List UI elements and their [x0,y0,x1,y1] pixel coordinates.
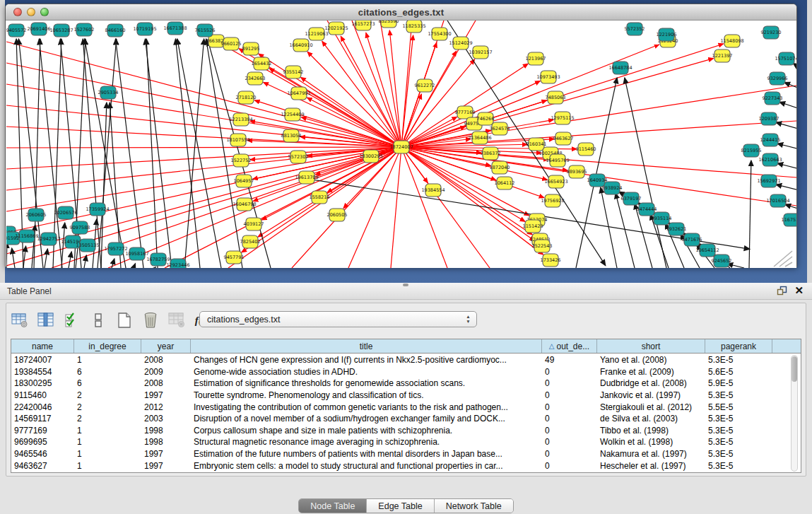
table-cell[interactable]: 5.3E-5 [705,390,772,400]
graph-node[interactable]: 1213967 [526,52,546,65]
table-cell[interactable]: 0 [542,378,597,388]
graph-node[interactable]: 10653287 [49,24,73,37]
graph-node[interactable]: 16210643 [758,153,782,166]
column-header-year[interactable]: year [141,339,191,353]
graph-node[interactable]: 1209387 [759,112,779,125]
graph-node[interactable]: 1733426 [541,254,561,267]
scrollbar-thumb[interactable] [792,356,797,382]
table-cell[interactable]: 5.3E-5 [705,461,772,471]
graph-node[interactable]: 8525590 [379,21,399,28]
tab-network-table[interactable]: Network Table [435,499,513,513]
table-cell[interactable]: 2003 [141,414,191,424]
column-header-pagerank[interactable]: pagerank [705,339,772,353]
table-cell[interactable]: 6 [74,367,141,377]
graph-node[interactable]: 2060605 [26,209,47,221]
graph-node[interactable]: 10958167 [125,247,148,260]
graph-node[interactable]: 9355142 [283,66,304,78]
table-cell[interactable]: Franke et al. (2009) [597,367,705,377]
table-cell[interactable]: de Silva et al. (2003) [597,414,705,424]
table-cell[interactable]: 0 [542,437,597,447]
graph-node[interactable]: 9329966 [767,72,788,85]
table-cell[interactable]: 2 [74,390,141,400]
table-cell[interactable]: 5.6E-5 [705,367,772,377]
graph-node[interactable]: 9097588 [70,221,90,234]
table-cell[interactable]: 18300295 [11,378,74,388]
table-cell[interactable]: 0 [542,461,597,471]
table-cell[interactable]: Nakamura et al. (1997) [597,449,705,459]
table-row[interactable]: 2242004622012Investigating the contribut… [11,401,778,413]
graph-node[interactable]: 17359924 [86,203,109,216]
graph-node[interactable]: 2060505 [327,209,348,221]
table-row[interactable]: 946554611997Estimation of the future num… [11,448,778,460]
graph-node[interactable]: 4039127 [244,218,264,230]
table-cell[interactable]: 1 [74,355,141,365]
graph-node[interactable]: 5572352 [625,23,645,35]
graph-node[interactable]: 1558214 [310,191,330,204]
graph-node[interactable]: 9893695 [567,165,587,178]
table-cell[interactable]: 1997 [141,461,191,471]
canvas-resize-grip[interactable] [774,251,792,267]
table-cell[interactable]: Jankovic et al. (1997) [597,390,705,400]
graph-node[interactable]: 9612272 [415,79,435,92]
graph-node[interactable]: 7615526 [195,24,216,37]
graph-node[interactable]: 17957272 [104,243,127,255]
graph-node[interactable]: 9660125 [221,37,242,50]
graph-node[interactable]: 8466160 [105,24,126,37]
table-cell[interactable]: 0 [542,449,597,459]
graph-node[interactable]: 1167537 [782,214,796,226]
table-cell[interactable]: 5.5E-5 [705,402,772,412]
close-icon[interactable]: ✕ [794,285,804,296]
column-header-name[interactable]: name [11,339,74,353]
table-cell[interactable]: Stergiakouli et al. (2012) [597,402,705,412]
table-cell[interactable]: 9777169 [11,426,74,436]
table-cell[interactable]: Changes of HCN gene expression and I(f) … [191,355,542,365]
table-cell[interactable]: 9463627 [11,461,74,471]
graph-node[interactable]: 20206576 [54,206,77,219]
graph-node[interactable]: 9227343 [763,92,783,105]
table-cell[interactable]: Embryonic stem cells: a model to study s… [191,461,542,471]
table-cell[interactable]: 49 [542,355,597,365]
graph-node[interactable]: 1522752 [231,154,252,167]
table-cell[interactable]: 2 [74,402,141,412]
table-cell[interactable]: 0 [542,367,597,377]
table-cell[interactable]: 0 [542,426,597,436]
graph-node[interactable]: 1151423 [523,220,543,233]
table-cell[interactable]: 9699695 [11,437,74,447]
graph-node[interactable]: 7485063 [546,91,566,104]
table-cell[interactable]: 14569117 [11,414,74,424]
float-window-icon[interactable] [777,286,787,296]
graph-node[interactable]: 16671388 [163,22,187,35]
table-cell[interactable]: 5.3E-5 [705,355,772,365]
graph-node[interactable]: 9245652 [712,255,732,267]
graph-node[interactable]: 16654923 [544,175,567,188]
network-window-titlebar[interactable]: citations_edges.txt [6,4,796,21]
table-cell[interactable]: Wolkin et al. (1998) [597,437,705,447]
graph-node[interactable]: 18107554 [226,134,249,146]
table-cell[interactable]: Estimation of significance thresholds fo… [191,378,542,388]
table-cell[interactable]: Structural magnetic resonance image aver… [191,437,542,447]
graph-node[interactable]: 2522543 [532,240,553,252]
panel-splitter-handle[interactable] [403,284,408,286]
table-row[interactable]: 1872400712008Changes of HCN gene express… [11,354,778,366]
column-header-out_de[interactable]: △out_de... [542,339,597,353]
graph-node[interactable]: 9405572 [6,24,26,37]
table-cell[interactable]: Disruption of a novel member of a sodium… [191,414,542,424]
table-cell[interactable]: 9465546 [11,449,74,459]
table-cell[interactable]: 1 [74,461,141,471]
network-canvas[interactable]: 1872400776638229660125891295165443223426… [6,21,796,268]
table-cell[interactable]: 1998 [141,437,191,447]
table-cell[interactable]: Investigating the contribution of common… [191,402,542,412]
delete-table-icon[interactable] [141,311,160,329]
graph-node[interactable]: 20691406 [27,23,50,35]
graph-node[interactable]: 11548098 [720,35,743,47]
graph-node[interactable]: 5572307 [288,151,309,163]
table-cell[interactable]: 2012 [141,402,191,412]
table-cell[interactable]: 1 [74,437,141,447]
table-cell[interactable]: 22420046 [11,402,74,412]
graph-node[interactable]: 7386372 [481,147,501,160]
graph-node[interactable]: 8938924 [602,182,623,194]
table-row[interactable]: 1938455462009Genome-wide association stu… [11,366,778,378]
graph-node[interactable]: 15692971 [757,175,780,187]
table-cell[interactable]: 2 [74,414,141,424]
graph-node[interactable]: 8813054 [281,129,302,142]
